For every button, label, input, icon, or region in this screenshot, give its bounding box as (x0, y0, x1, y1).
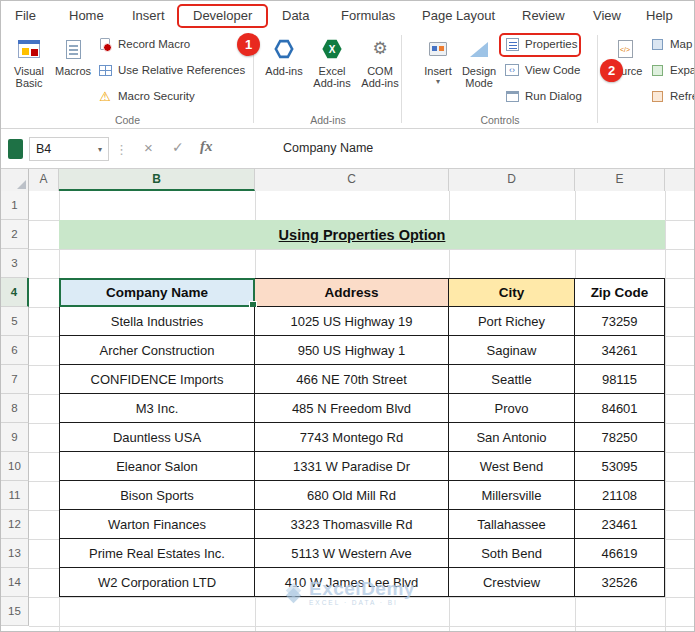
row-header-7[interactable]: 7 (1, 365, 29, 394)
table-cell[interactable]: Tallahassee (449, 510, 575, 539)
cancel-icon[interactable]: × (144, 139, 153, 156)
tab-file[interactable]: File (15, 1, 36, 31)
sheet-title[interactable]: Using Properties Option (59, 220, 665, 249)
table-cell[interactable]: M3 Inc. (59, 394, 255, 423)
insert-dropdown-icon[interactable]: ▾ (436, 77, 440, 86)
table-cell[interactable]: 5113 W Western Ave (255, 539, 449, 568)
insert-control-button[interactable]: Insert ▾ (418, 33, 458, 111)
table-cell[interactable]: 3323 Thomasville Rd (255, 510, 449, 539)
col-header-partial[interactable] (665, 169, 695, 191)
table-cell[interactable]: Archer Construction (59, 336, 255, 365)
table-cell[interactable]: 1025 US Highway 19 (255, 307, 449, 336)
source-button[interactable]: Source (603, 33, 647, 111)
excel-add-ins-button[interactable]: X Excel Add-ins (309, 33, 355, 111)
table-cell[interactable]: Soth Bend (449, 539, 575, 568)
macro-security-button[interactable]: ⚠ Macro Security (97, 85, 195, 107)
row-header-11[interactable]: 11 (1, 481, 29, 510)
tab-view[interactable]: View (593, 1, 621, 31)
table-cell[interactable]: Eleanor Salon (59, 452, 255, 481)
row-header-14[interactable]: 14 (1, 568, 29, 597)
cell-d4-city-header[interactable]: City (449, 278, 575, 307)
table-cell[interactable]: 950 US Highway 1 (255, 336, 449, 365)
col-header-a[interactable]: A (29, 169, 59, 191)
table-cell[interactable]: CONFIDENCE Imports (59, 365, 255, 394)
tab-review[interactable]: Review (522, 1, 565, 31)
row-header-6[interactable]: 6 (1, 336, 29, 365)
row-header-10[interactable]: 10 (1, 452, 29, 481)
cell-c4-address-header[interactable]: Address (255, 278, 449, 307)
table-cell[interactable]: Port Richey (449, 307, 575, 336)
refresh-data-button[interactable]: Refre (649, 85, 695, 107)
map-properties-button[interactable]: Map (649, 33, 692, 55)
table-cell[interactable]: 84601 (575, 394, 665, 423)
select-all-corner[interactable] (1, 169, 29, 191)
table-cell[interactable]: Seattle (449, 365, 575, 394)
tab-data[interactable]: Data (282, 1, 309, 31)
tab-insert[interactable]: Insert (132, 1, 165, 31)
row-header-15[interactable]: 15 (1, 597, 29, 626)
table-cell[interactable]: 73259 (575, 307, 665, 336)
name-box[interactable]: B4 ▾ (29, 137, 109, 161)
row-header-9[interactable]: 9 (1, 423, 29, 452)
table-cell[interactable]: 680 Old Mill Rd (255, 481, 449, 510)
tab-formulas[interactable]: Formulas (341, 1, 395, 31)
macros-button[interactable]: Macros (53, 33, 93, 111)
col-header-e[interactable]: E (575, 169, 665, 191)
row-header-2[interactable]: 2 (1, 220, 29, 249)
tab-page-layout[interactable]: Page Layout (422, 1, 495, 31)
view-code-button[interactable]: View Code (504, 59, 580, 81)
com-add-ins-button[interactable]: ⚙ COM Add-ins (357, 33, 403, 111)
expansion-packs-button[interactable]: Expan (649, 59, 695, 81)
tab-developer[interactable]: Developer (193, 1, 252, 31)
row-header-4[interactable]: 4 (1, 278, 29, 307)
table-cell[interactable]: 466 NE 70th Street (255, 365, 449, 394)
table-cell[interactable]: San Antonio (449, 423, 575, 452)
table-cell[interactable]: Provo (449, 394, 575, 423)
table-cell[interactable]: Dauntless USA (59, 423, 255, 452)
table-cell[interactable]: Saginaw (449, 336, 575, 365)
cell-e4-zip-header[interactable]: Zip Code (575, 278, 665, 307)
properties-button[interactable]: Properties (504, 33, 577, 55)
row-header-8[interactable]: 8 (1, 394, 29, 423)
formula-content[interactable]: Company Name (283, 141, 373, 155)
table-cell[interactable]: West Bend (449, 452, 575, 481)
table-cell[interactable]: Bison Sports (59, 481, 255, 510)
table-cell[interactable]: Prime Real Estates Inc. (59, 539, 255, 568)
table-cell[interactable]: 485 N Freedom Blvd (255, 394, 449, 423)
use-relative-references-button[interactable]: Use Relative References (97, 59, 245, 81)
table-cell[interactable]: 1331 W Paradise Dr (255, 452, 449, 481)
insert-function-icon[interactable]: fx (200, 138, 213, 155)
table-cell[interactable]: 23461 (575, 510, 665, 539)
table-cell[interactable]: Millersville (449, 481, 575, 510)
add-ins-button[interactable]: Add-ins (262, 33, 306, 111)
table-cell[interactable]: 98115 (575, 365, 665, 394)
col-header-b[interactable]: B (59, 169, 255, 191)
row-header-12[interactable]: 12 (1, 510, 29, 539)
design-mode-button[interactable]: Design Mode (456, 33, 502, 111)
table-cell[interactable]: Warton Finances (59, 510, 255, 539)
enter-icon[interactable]: ✓ (172, 139, 184, 155)
row-header-13[interactable]: 13 (1, 539, 29, 568)
run-dialog-button[interactable]: Run Dialog (504, 85, 582, 107)
cell-b4-company-name-header[interactable]: Company Name (59, 278, 255, 307)
table-cell[interactable]: 34261 (575, 336, 665, 365)
table-cell[interactable]: Stella Industries (59, 307, 255, 336)
table-cell[interactable]: W2 Corporation LTD (59, 568, 255, 597)
tab-help[interactable]: Help (646, 1, 673, 31)
table-cell[interactable]: 32526 (575, 568, 665, 597)
col-header-c[interactable]: C (255, 169, 449, 191)
table-cell[interactable]: 46619 (575, 539, 665, 568)
col-header-d[interactable]: D (449, 169, 575, 191)
record-macro-button[interactable]: Record Macro (97, 33, 190, 55)
row-header-1[interactable]: 1 (1, 191, 29, 220)
table-cell[interactable]: 410 W James Lee Blvd (255, 568, 449, 597)
visual-basic-button[interactable]: Visual Basic (9, 33, 49, 111)
table-cell[interactable]: 78250 (575, 423, 665, 452)
table-cell[interactable]: Crestview (449, 568, 575, 597)
tab-home[interactable]: Home (69, 1, 104, 31)
table-cell[interactable]: 53095 (575, 452, 665, 481)
name-box-dropdown-icon[interactable]: ▾ (98, 145, 102, 154)
table-cell[interactable]: 7743 Montego Rd (255, 423, 449, 452)
table-cell[interactable]: 21108 (575, 481, 665, 510)
row-header-5[interactable]: 5 (1, 307, 29, 336)
